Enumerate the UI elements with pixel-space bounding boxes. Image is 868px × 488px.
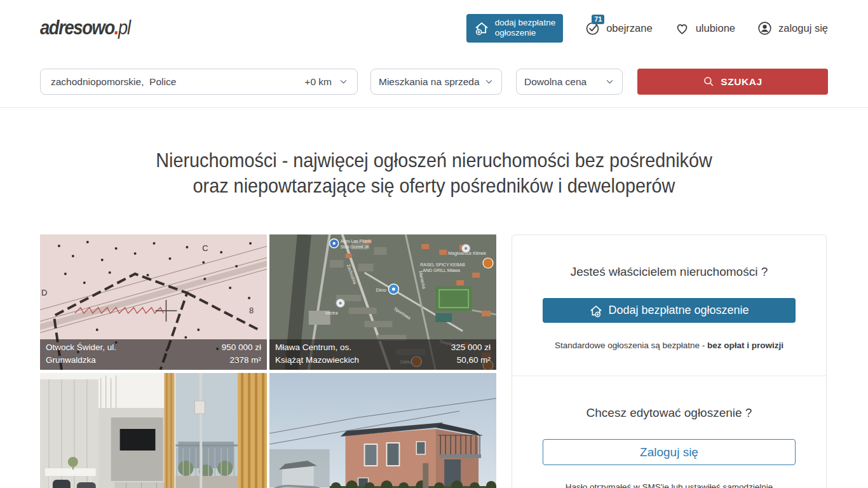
login-link[interactable]: zaloguj się — [757, 20, 828, 36]
header: adresowo.pl dodaj bezpłatne ogłoszenie 7… — [0, 0, 868, 56]
login-label: zaloguj się — [778, 22, 828, 34]
heart-icon — [674, 20, 690, 36]
chevron-down-icon — [339, 77, 348, 86]
price-select[interactable]: Dowolna cena — [516, 69, 623, 95]
listing-price-area: 325 000 zł50,60 m² — [451, 341, 491, 367]
logo-name: adresowo — [40, 17, 114, 39]
listing-card[interactable]: Agro Las Pilarki Stihl Grzmil JK Maglown… — [269, 234, 496, 370]
listing-card[interactable]: C 8 D Otwock Świder, ul.Grunwaldzka 950 … — [40, 234, 267, 370]
search-bar: +0 km Mieszkania na sprzeda Dowolna cena… — [0, 69, 868, 95]
chevron-down-icon — [484, 77, 494, 86]
house-plus-icon — [589, 304, 603, 318]
sidebar: Jesteś właścicielem nieruchomości ? Doda… — [512, 234, 827, 488]
listing-card[interactable]: Gdańsk Morena, ul. 775 000 zł — [40, 373, 267, 488]
svg-text:D: D — [41, 288, 47, 297]
page-title: Nieruchomości - najwięcej ogłoszeń nieru… — [0, 147, 868, 198]
viewed-label: obejrzane — [606, 22, 652, 34]
add-free-listing-button[interactable]: Dodaj bezpłatne ogłoszenie — [543, 298, 796, 323]
house-plus-icon — [474, 20, 489, 36]
location-field-group: +0 km — [40, 69, 358, 95]
add-listing-button[interactable]: dodaj bezpłatne ogłoszenie — [466, 14, 563, 43]
edit-panel: Chcesz edytować ogłoszenie ? Zaloguj się… — [512, 376, 826, 488]
logo-tld: pl — [118, 17, 130, 39]
price-value: Dowolna cena — [524, 76, 587, 88]
radius-select[interactable]: +0 km — [304, 76, 348, 88]
svg-text:Dino: Dino — [376, 287, 387, 293]
owner-panel-title: Jesteś właścicielem nieruchomości ? — [543, 265, 796, 279]
viewed-count-badge: 71 — [592, 15, 604, 24]
listing-price-area: 950 000 zł2378 m² — [222, 341, 261, 367]
edit-panel-note: Hasło otrzymałeś w SMS'ie lub ustawiłeś … — [543, 482, 796, 488]
magnifier-icon — [703, 76, 715, 88]
listing-card[interactable]: Milejów Osada 750 000 zł — [269, 373, 496, 488]
svg-text:8: 8 — [249, 306, 254, 315]
category-select[interactable]: Mieszkania na sprzeda — [370, 69, 502, 95]
svg-text:AND GRILL Mława: AND GRILL Mława — [423, 268, 460, 273]
favorites-label: ulubione — [696, 22, 735, 34]
svg-text:Stihl Grzmil JK: Stihl Grzmil JK — [341, 245, 370, 249]
listing-caption: Otwock Świder, ul.Grunwaldzka 950 000 zł… — [40, 339, 267, 370]
location-input[interactable] — [50, 76, 298, 88]
viewed-link[interactable]: 71 obejrzane — [585, 20, 652, 36]
user-circle-icon — [757, 20, 773, 36]
svg-text:Agro Las Pilarki: Agro Las Pilarki — [341, 239, 372, 244]
favorites-link[interactable]: ulubione — [674, 20, 735, 36]
main-content: C 8 D Otwock Świder, ul.Grunwaldzka 950 … — [0, 234, 868, 488]
header-divider — [0, 107, 868, 108]
edit-panel-title: Chcesz edytować ogłoszenie ? — [543, 406, 796, 420]
listing-photo-house-exterior — [269, 373, 496, 488]
svg-text:C: C — [202, 243, 208, 253]
radius-value: +0 km — [304, 76, 332, 88]
listing-location: Otwock Świder, ul.Grunwaldzka — [46, 341, 116, 367]
add-listing-label: dodaj bezpłatne ogłoszenie — [495, 18, 555, 38]
listing-location: Mława Centrum, os.Książąt Mazowieckich — [275, 341, 359, 367]
add-free-listing-label: Dodaj bezpłatne ogłoszenie — [608, 304, 749, 317]
category-value: Mieszkania na sprzeda — [379, 76, 480, 88]
owner-panel: Jesteś właścicielem nieruchomości ? Doda… — [512, 235, 826, 376]
page-title-line2: oraz niepowtarzające się oferty pośredni… — [43, 173, 824, 198]
svg-text:Vectra: Vectra — [325, 311, 338, 315]
svg-text:RASEL SPICY KEBAB: RASEL SPICY KEBAB — [420, 262, 465, 267]
search-button-label: SZUKAJ — [721, 76, 763, 88]
header-actions: dodaj bezpłatne ogłoszenie 71 obejrzane … — [466, 14, 828, 43]
search-button[interactable]: SZUKAJ — [637, 69, 828, 95]
listings-grid: C 8 D Otwock Świder, ul.Grunwaldzka 950 … — [40, 234, 496, 488]
page-title-line1: Nieruchomości - najwięcej ogłoszeń nieru… — [43, 147, 824, 173]
owner-panel-note: Standardowe ogłoszenia są bezpłatne - be… — [543, 341, 796, 350]
listing-photo-apartment-interior — [40, 373, 267, 488]
logo[interactable]: adresowo.pl — [40, 17, 130, 39]
chevron-down-icon — [605, 77, 614, 86]
listing-caption: Mława Centrum, os.Książąt Mazowieckich 3… — [269, 339, 496, 370]
sidebar-login-button[interactable]: Zaloguj się — [543, 439, 796, 465]
